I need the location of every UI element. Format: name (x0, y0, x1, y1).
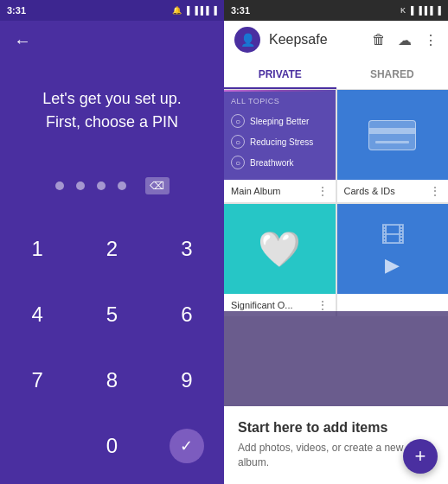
film-icon: 🎞 (381, 221, 405, 250)
avatar-icon: 👤 (240, 33, 255, 47)
pin-setup-panel: 3:31 🔔 ▐ ▐▐▐ ▐ ← Let's get you set up. F… (0, 0, 224, 484)
keepsafe-panel: 3:31 K ▐ ▐▐▐ ▐ 👤 Keepsafe 🗑 ☁ ⋮ PRIVATE … (224, 0, 448, 484)
app-title: Keepsafe (269, 32, 363, 48)
tooltip-title: Start here to add items (238, 420, 434, 436)
significant-album-menu[interactable]: ⋮ (317, 298, 329, 312)
key-5[interactable]: 5 (74, 286, 149, 342)
status-icons-right: K ▐ ▐▐▐ ▐ (400, 6, 441, 15)
key-2[interactable]: 2 (74, 220, 149, 277)
keepsafe-icon-small: K (400, 6, 406, 15)
status-icons-left: 🔔 ▐ ▐▐▐ ▐ (172, 6, 217, 15)
backspace-button[interactable]: ⌫ (145, 177, 170, 194)
topic-circle-2: ○ (231, 135, 245, 149)
key-1[interactable]: 1 (0, 220, 74, 277)
topics-header: ALL TOPICS (231, 97, 329, 105)
pin-indicator: ⌫ (0, 177, 224, 194)
album-video[interactable]: 🎞 ▶ (337, 204, 449, 316)
confirm-circle: ✓ (170, 429, 204, 463)
album-main[interactable]: ALL TOPICS ○ Sleeping Better ○ Reducing … (224, 90, 336, 202)
key-8[interactable]: 8 (74, 353, 149, 409)
pin-dot-1 (55, 182, 64, 190)
cloud-icon[interactable]: ☁ (398, 32, 412, 48)
pin-dot-3 (97, 182, 106, 190)
pin-dot-4 (118, 182, 126, 190)
battery-icon-right: ▐ (436, 6, 441, 15)
key-6[interactable]: 6 (150, 286, 224, 342)
cards-album-menu[interactable]: ⋮ (429, 184, 441, 198)
topic-breath: ○ Breathwork (231, 152, 329, 173)
key-9[interactable]: 9 (150, 353, 224, 409)
fab-add-button[interactable]: + (403, 439, 438, 474)
cards-album-label: Cards & IDs ⋮ (337, 180, 449, 202)
main-album-label: Main Album ⋮ (224, 180, 336, 202)
signal-icon: ▐▐▐ (192, 6, 208, 15)
main-album-menu[interactable]: ⋮ (317, 184, 329, 198)
video-album-label (337, 294, 449, 316)
battery-icon: ▐ (212, 6, 217, 15)
topics-banner (224, 90, 336, 92)
heart-icon: 🤍 (258, 229, 301, 270)
play-icon: ▶ (385, 254, 400, 277)
back-arrow-icon: ← (14, 31, 31, 50)
keypad: 1 2 3 4 5 6 7 8 9 0 ✓ (0, 220, 224, 484)
more-icon[interactable]: ⋮ (424, 32, 438, 48)
wifi-icon-right: ▐ (408, 6, 413, 15)
key-4[interactable]: 4 (0, 286, 74, 342)
status-bar-right: 3:31 K ▐ ▐▐▐ ▐ (224, 0, 448, 21)
pin-dot-2 (76, 182, 85, 190)
credit-card-icon (368, 120, 416, 150)
key-empty-left (0, 418, 74, 474)
avatar[interactable]: 👤 (234, 27, 260, 53)
key-7[interactable]: 7 (0, 353, 74, 409)
key-0[interactable]: 0 (74, 418, 149, 474)
time-left: 3:31 (7, 5, 26, 16)
key-confirm[interactable]: ✓ (150, 418, 224, 474)
tabs-bar: PRIVATE SHARED (224, 59, 448, 90)
tab-private[interactable]: PRIVATE (224, 59, 336, 89)
topic-circle-1: ○ (231, 114, 245, 128)
topic-stress: ○ Reducing Stress (231, 131, 329, 152)
album-grid: ALL TOPICS ○ Sleeping Better ○ Reducing … (224, 90, 448, 316)
key-3[interactable]: 3 (150, 220, 224, 277)
album-significant[interactable]: 🤍 Significant O... ⋮ (224, 204, 336, 316)
time-right: 3:31 (231, 5, 250, 16)
topic-sleeping: ○ Sleeping Better (231, 111, 329, 131)
app-header: 👤 Keepsafe 🗑 ☁ ⋮ (224, 21, 448, 59)
tab-shared[interactable]: SHARED (336, 59, 449, 89)
status-bar-left: 3:31 🔔 ▐ ▐▐▐ ▐ (0, 0, 224, 21)
setup-instruction: Let's get you set up. First, choose a PI… (0, 87, 224, 134)
topic-circle-3: ○ (231, 156, 245, 169)
delete-icon[interactable]: 🗑 (372, 32, 386, 48)
back-button[interactable]: ← (0, 21, 224, 61)
wifi-icon: ▐ (184, 6, 189, 15)
album-cards-ids[interactable]: Cards & IDs ⋮ (337, 90, 449, 202)
notification-icon: 🔔 (172, 6, 182, 15)
significant-album-label: Significant O... ⋮ (224, 294, 336, 316)
signal-icon-right: ▐▐▐ (416, 6, 432, 15)
header-actions: 🗑 ☁ ⋮ (372, 32, 438, 48)
